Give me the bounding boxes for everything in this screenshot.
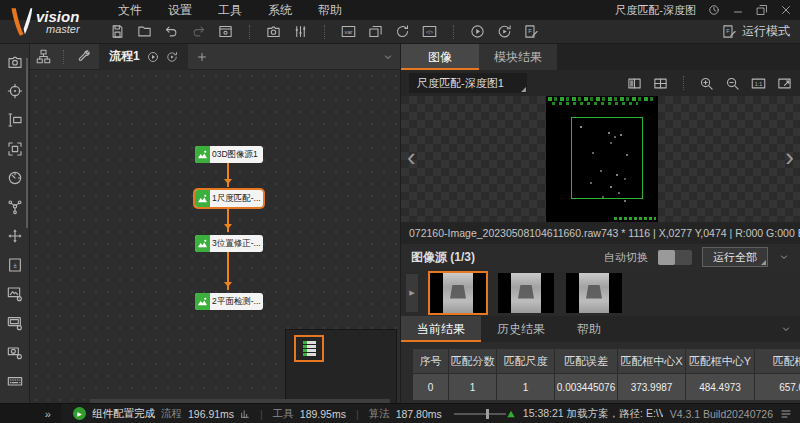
- tab-help[interactable]: 帮助: [561, 316, 617, 342]
- sidebar-scrollbar[interactable]: [26, 58, 28, 228]
- run-all-button[interactable]: 运行全部: [702, 247, 768, 267]
- flowchart-icon[interactable]: [36, 49, 51, 64]
- alignment-move-icon[interactable]: [7, 228, 23, 244]
- menu-settings[interactable]: 设置: [168, 2, 192, 19]
- overlay-result-text: [614, 217, 656, 220]
- table-row[interactable]: 0 1 1 0.003445076 373.9987 484.4973 657.…: [413, 374, 800, 400]
- flow-horizontal-scrollbar[interactable]: [90, 399, 390, 403]
- menu-tools[interactable]: 工具: [218, 2, 242, 19]
- location-target-icon[interactable]: [7, 83, 23, 99]
- refresh-icon[interactable]: [395, 24, 410, 39]
- cell-box-width: 657.0027: [755, 374, 800, 400]
- camera-icon[interactable]: [266, 24, 281, 39]
- tab-image[interactable]: 图像: [401, 44, 479, 70]
- thumbnail-prev-button[interactable]: ▶: [406, 274, 418, 312]
- node-3d-image-source[interactable]: 03D图像源1: [195, 146, 263, 163]
- node-scale-match-icon: [195, 190, 210, 207]
- deeplearning-gauge-icon[interactable]: [7, 170, 23, 186]
- flow-canvas[interactable]: 03D图像源1 1尺度匹配-... 3位置修正-... 2平面检测-...: [30, 70, 400, 403]
- table-header-row: 序号 匹配分数 匹配尺度 匹配误差 匹配框中心X 匹配框中心Y 匹配框宽度: [413, 349, 800, 373]
- window-title: 尺度匹配-深度图: [615, 3, 696, 18]
- restore-window-icon[interactable]: [756, 4, 768, 16]
- speed-slider[interactable]: [454, 413, 506, 415]
- window-switch-icon[interactable]: [368, 24, 383, 39]
- actual-size-icon[interactable]: [751, 76, 766, 91]
- history-clock-icon[interactable]: [708, 4, 720, 16]
- minimap-viewport[interactable]: [294, 335, 324, 362]
- flow-minimap[interactable]: [285, 329, 397, 403]
- log-message[interactable]: 15:38:21 加载方案，路径: E:\VisionMaster4.3.1\A…: [523, 407, 663, 421]
- flow-tab[interactable]: 流程1: [99, 44, 188, 70]
- time-detail-icon[interactable]: [240, 409, 250, 419]
- menu-file[interactable]: 文件: [118, 2, 142, 19]
- redo-icon[interactable]: [191, 24, 206, 39]
- depth-image[interactable]: [546, 96, 658, 222]
- run-once-icon[interactable]: [470, 24, 485, 39]
- logo-text-vision: vision: [36, 9, 80, 24]
- flow-list-chevron-icon[interactable]: [382, 51, 394, 63]
- tab-history-result[interactable]: 历史结果: [481, 316, 561, 342]
- title-bar: vision master 文件 设置 工具 系统 帮助 尺度匹配-深度图: [0, 0, 800, 20]
- result-collapse-chevron-icon[interactable]: [780, 323, 792, 335]
- split-two-view-icon[interactable]: [627, 76, 642, 91]
- add-flow-icon[interactable]: [196, 51, 208, 63]
- display-settings-icon[interactable]: [7, 315, 23, 331]
- flow-panel: 流程1 03D图像源1 1尺度匹配-... 3位置修正-...: [30, 44, 400, 403]
- script-code-icon[interactable]: [422, 24, 437, 39]
- cell-box-center-y: 484.4973: [686, 374, 754, 400]
- next-image-chevron-icon[interactable]: ›: [785, 144, 794, 170]
- image-viewer[interactable]: ‹ ›: [401, 96, 800, 222]
- parameter-sliders-icon[interactable]: [293, 24, 308, 39]
- undo-icon[interactable]: [164, 24, 179, 39]
- source-collapse-chevron-icon[interactable]: [778, 251, 790, 263]
- collapse-double-arrow-icon[interactable]: »: [45, 408, 51, 420]
- flow-run-loop-icon[interactable]: [166, 51, 178, 63]
- calculator-icon[interactable]: [7, 257, 23, 273]
- acquisition-camera-icon[interactable]: [7, 54, 23, 70]
- tab-current-result[interactable]: 当前结果: [401, 316, 481, 342]
- log-list-icon[interactable]: [780, 408, 792, 420]
- auto-switch-toggle[interactable]: [658, 250, 692, 265]
- open-folder-icon[interactable]: [137, 24, 152, 39]
- thumbnail-3[interactable]: [566, 273, 622, 313]
- flow-run-once-icon[interactable]: [147, 51, 159, 63]
- close-icon[interactable]: [780, 4, 792, 16]
- form-edit-icon[interactable]: [524, 24, 539, 39]
- zoom-in-icon[interactable]: [699, 76, 714, 91]
- prev-image-chevron-icon[interactable]: ‹: [407, 144, 416, 170]
- run-loop-icon[interactable]: [497, 24, 512, 39]
- calibration-network-icon[interactable]: [7, 199, 23, 215]
- cell-match-score: 1: [449, 374, 496, 400]
- measure-icon[interactable]: [7, 112, 23, 128]
- minimize-icon[interactable]: [732, 4, 744, 16]
- split-four-view-icon[interactable]: [653, 76, 668, 91]
- camera-settings-icon[interactable]: [7, 344, 23, 360]
- thumbnail-2[interactable]: [498, 273, 554, 313]
- window-tool-icon[interactable]: [218, 24, 233, 39]
- tab-help-label: 帮助: [577, 321, 601, 338]
- run-mode-button[interactable]: 运行模式: [722, 23, 800, 40]
- save-icon[interactable]: [110, 24, 125, 39]
- node-position-fix[interactable]: 3位置修正-...: [195, 235, 263, 252]
- visionmaster-logo: vision master: [8, 3, 108, 41]
- wrench-icon[interactable]: [76, 49, 91, 64]
- image-source-select[interactable]: 尺度匹配-深度图1: [409, 73, 527, 93]
- status-running-icon: ▶: [73, 407, 86, 420]
- recognition-focus-icon[interactable]: [7, 141, 23, 157]
- node-plane-detect[interactable]: 2平面检测-...: [195, 293, 263, 310]
- flow-tab-label: 流程1: [109, 48, 140, 65]
- variables-window-icon[interactable]: [341, 24, 356, 39]
- image-info-bar: 072160-Image_20230508104611660.raw 743 *…: [401, 222, 800, 244]
- node-scale-match[interactable]: 1尺度匹配-...: [195, 190, 263, 207]
- menu-help[interactable]: 帮助: [318, 2, 342, 19]
- image-processing-icon[interactable]: [7, 286, 23, 302]
- thumbnail-1[interactable]: [430, 273, 486, 313]
- fit-view-icon[interactable]: [777, 76, 792, 91]
- flow-time-label: 流程: [161, 407, 182, 421]
- keyboard-icon[interactable]: [7, 373, 23, 389]
- zoom-out-icon[interactable]: [725, 76, 740, 91]
- image-source-bar: 图像源 (1/3) 自动切换 运行全部: [401, 244, 800, 270]
- tab-module-result[interactable]: 模块结果: [479, 44, 557, 70]
- menu-system[interactable]: 系统: [268, 2, 292, 19]
- depth-points: [580, 126, 582, 128]
